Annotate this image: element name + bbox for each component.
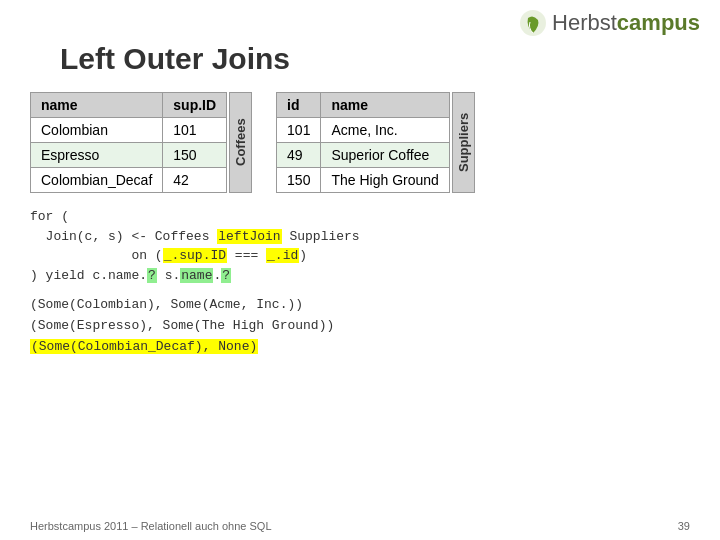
cell-name: Colombian_Decaf [31,168,163,193]
cell-id: 49 [277,143,321,168]
table-row: Espresso 150 [31,143,227,168]
suppliers-table: id name 101 Acme, Inc. 49 Superior Coffe… [276,92,450,193]
suppliers-section: id name 101 Acme, Inc. 49 Superior Coffe… [276,92,475,193]
cell-name: Acme, Inc. [321,118,449,143]
footer-left: Herbstcampus 2011 – Relationell auch ohn… [30,520,272,532]
yield-name: name [180,268,213,283]
cell-name: The High Ground [321,168,449,193]
coffees-table: name sup.ID Colombian 101 Espresso 150 C… [30,92,227,193]
col-name: name [31,93,163,118]
footer: Herbstcampus 2011 – Relationell auch ohn… [0,520,720,532]
logo-icon [518,8,548,38]
coffees-section: name sup.ID Colombian 101 Espresso 150 C… [30,92,252,193]
yield-q2: ? [221,268,231,283]
code-block: for ( Join(c, s) <- Coffees leftJoin Sup… [30,207,690,285]
table-row: 49 Superior Coffee [277,143,450,168]
cell-supid: 101 [163,118,227,143]
coffees-label: Coffees [229,92,252,193]
result-line-2: (Some(Espresso), Some(The High Ground)) [30,316,690,337]
field-id: _.id [266,248,299,263]
col-id: id [277,93,321,118]
results-block: (Some(Colombian), Some(Acme, Inc.)) (Som… [30,295,690,357]
cell-name: Espresso [31,143,163,168]
code-line-3: on (_.sup.ID === _.id) [30,246,690,266]
suppliers-label: Suppliers [452,92,475,193]
table-row: Colombian 101 [31,118,227,143]
logo: Herbstcampus [518,8,700,38]
col-supid: sup.ID [163,93,227,118]
code-line-1: for ( [30,207,690,227]
code-line-2: Join(c, s) <- Coffees leftJoin Suppliers [30,227,690,247]
yield-q1: ? [147,268,157,283]
table-row: Colombian_Decaf 42 [31,168,227,193]
cell-name: Colombian [31,118,163,143]
table-row: 150 The High Ground [277,168,450,193]
cell-id: 101 [277,118,321,143]
result-line-1: (Some(Colombian), Some(Acme, Inc.)) [30,295,690,316]
field-supid: _.sup.ID [163,248,227,263]
logo-text: Herbstcampus [552,10,700,36]
table-row: 101 Acme, Inc. [277,118,450,143]
code-line-4: ) yield c.name.? s.name.? [30,266,690,286]
cell-supid: 150 [163,143,227,168]
header: Herbstcampus [0,0,720,42]
footer-right: 39 [678,520,690,532]
result-line-3: (Some(Colombian_Decaf), None) [30,337,690,358]
col-name: name [321,93,449,118]
cell-name: Superior Coffee [321,143,449,168]
page-title: Left Outer Joins [30,42,690,86]
cell-id: 150 [277,168,321,193]
cell-supid: 42 [163,168,227,193]
keyword-leftjoin: leftJoin [217,229,281,244]
